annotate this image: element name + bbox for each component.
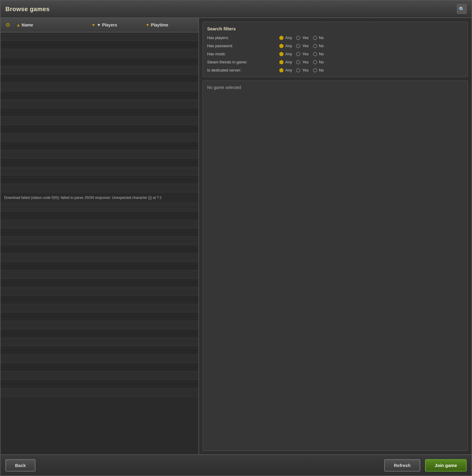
list-item[interactable] (1, 32, 198, 41)
filter-has-players-label: Has players: (207, 35, 279, 40)
filter-has-mods: Has mods: Any Yes No (207, 52, 463, 56)
list-item[interactable] (1, 125, 198, 133)
back-button[interactable]: Back (5, 459, 35, 471)
has-players-any-radio[interactable] (279, 36, 284, 40)
steam-friends-no-radio[interactable] (313, 60, 317, 64)
list-item[interactable] (1, 75, 198, 83)
list-item[interactable] (1, 279, 198, 287)
list-item[interactable] (1, 296, 198, 304)
list-item[interactable] (1, 329, 198, 338)
list-item[interactable] (1, 237, 198, 245)
has-password-any-label[interactable]: Any (285, 44, 292, 48)
list-item[interactable] (1, 380, 198, 388)
list-item[interactable] (1, 304, 198, 313)
settings-column-icon[interactable]: ⚙ (2, 22, 14, 28)
filter-steam-friends-label: Steam friends in game: (207, 60, 279, 64)
has-players-yes-label[interactable]: Yes (302, 35, 308, 40)
game-list[interactable]: Download failed (status code 520): faile… (1, 32, 198, 454)
list-item[interactable] (1, 262, 198, 270)
steam-friends-no-label[interactable]: No (319, 60, 324, 64)
list-item[interactable] (1, 184, 198, 192)
list-item[interactable] (1, 287, 198, 296)
list-item[interactable] (1, 338, 198, 346)
has-password-no-label[interactable]: No (319, 44, 324, 48)
has-password-no-radio[interactable] (313, 44, 317, 48)
has-password-yes-label[interactable]: Yes (302, 44, 308, 48)
has-players-any-label[interactable]: Any (285, 35, 292, 40)
playtime-column-header[interactable]: ▼ Playtime (143, 23, 197, 27)
list-item[interactable] (1, 245, 198, 254)
name-column-header[interactable]: ▲ Name (14, 23, 89, 27)
list-item[interactable] (1, 270, 198, 279)
list-item[interactable] (1, 83, 198, 91)
browse-games-window: Browse games 🔍 ⚙ ▲ Name ▼ ▼ Players (0, 0, 472, 476)
list-item[interactable] (1, 117, 198, 125)
refresh-button[interactable]: Refresh (384, 459, 420, 471)
search-icon-button[interactable]: 🔍 (457, 4, 467, 14)
name-sort-arrow: ▲ (16, 23, 20, 27)
has-mods-yes-radio[interactable] (296, 52, 300, 56)
dedicated-server-any-radio[interactable] (279, 68, 284, 72)
list-item[interactable] (1, 159, 198, 167)
has-mods-any-radio[interactable] (279, 52, 284, 56)
filter-dedicated-server: Is dedicated server: Any Yes No (207, 68, 463, 72)
has-mods-yes-label[interactable]: Yes (302, 52, 308, 56)
has-players-yes-radio[interactable] (296, 36, 300, 40)
list-item[interactable] (1, 388, 198, 397)
filter-has-password-label: Has password: (207, 44, 279, 48)
list-item[interactable] (1, 142, 198, 150)
list-item[interactable] (1, 41, 198, 49)
list-item[interactable] (1, 321, 198, 329)
dedicated-server-no-label[interactable]: No (319, 68, 324, 72)
has-players-no-label[interactable]: No (319, 35, 324, 40)
dedicated-server-yes-radio[interactable] (296, 68, 300, 72)
table-header: ⚙ ▲ Name ▼ ▼ Players ▼ Playtime (1, 18, 198, 32)
dedicated-server-yes-label[interactable]: Yes (302, 68, 308, 72)
search-icon: 🔍 (459, 6, 465, 12)
has-mods-no-radio[interactable] (313, 52, 317, 56)
list-item[interactable] (1, 220, 198, 228)
list-item[interactable] (1, 212, 198, 220)
list-item[interactable] (1, 133, 198, 142)
list-item[interactable] (1, 355, 198, 363)
list-item[interactable] (1, 371, 198, 380)
list-item[interactable] (1, 58, 198, 66)
has-mods-no-label[interactable]: No (319, 52, 324, 56)
steam-friends-yes-radio[interactable] (296, 60, 300, 64)
filter-has-password: Has password: Any Yes No (207, 44, 463, 48)
steam-friends-yes-label[interactable]: Yes (302, 60, 308, 64)
list-item[interactable] (1, 346, 198, 355)
players-column-header[interactable]: ▼ ▼ Players (89, 23, 143, 27)
filter-steam-friends: Steam friends in game: Any Yes No (207, 60, 463, 64)
right-button-group: Refresh Join game (384, 459, 467, 471)
list-item[interactable] (1, 91, 198, 100)
list-item[interactable] (1, 203, 198, 212)
has-password-any-radio[interactable] (279, 44, 284, 48)
window-title: Browse games (5, 6, 50, 13)
has-password-yes-radio[interactable] (296, 44, 300, 48)
dedicated-server-any-label[interactable]: Any (285, 68, 292, 72)
join-game-button[interactable]: Join game (425, 459, 467, 471)
list-item[interactable] (1, 175, 198, 184)
list-item[interactable] (1, 150, 198, 159)
no-game-selected-text: No game selected (207, 85, 241, 90)
main-content: ⚙ ▲ Name ▼ ▼ Players ▼ Playtime (1, 18, 471, 454)
steam-friends-any-label[interactable]: Any (285, 60, 292, 64)
has-players-no-radio[interactable] (313, 36, 317, 40)
list-item[interactable] (1, 363, 198, 371)
list-item[interactable] (1, 49, 198, 58)
list-item[interactable] (1, 167, 198, 175)
players-sort-arrow: ▼ (91, 23, 96, 27)
dedicated-server-no-radio[interactable] (313, 68, 317, 72)
has-mods-any-label[interactable]: Any (285, 52, 292, 56)
error-text: Download failed (status code 520): faile… (4, 196, 162, 200)
error-message-row: Download failed (status code 520): faile… (1, 192, 198, 203)
game-list-panel: ⚙ ▲ Name ▼ ▼ Players ▼ Playtime (1, 18, 199, 454)
list-item[interactable] (1, 313, 198, 321)
list-item[interactable] (1, 66, 198, 75)
list-item[interactable] (1, 100, 198, 108)
list-item[interactable] (1, 228, 198, 237)
steam-friends-any-radio[interactable] (279, 60, 284, 64)
list-item[interactable] (1, 254, 198, 262)
list-item[interactable] (1, 108, 198, 117)
